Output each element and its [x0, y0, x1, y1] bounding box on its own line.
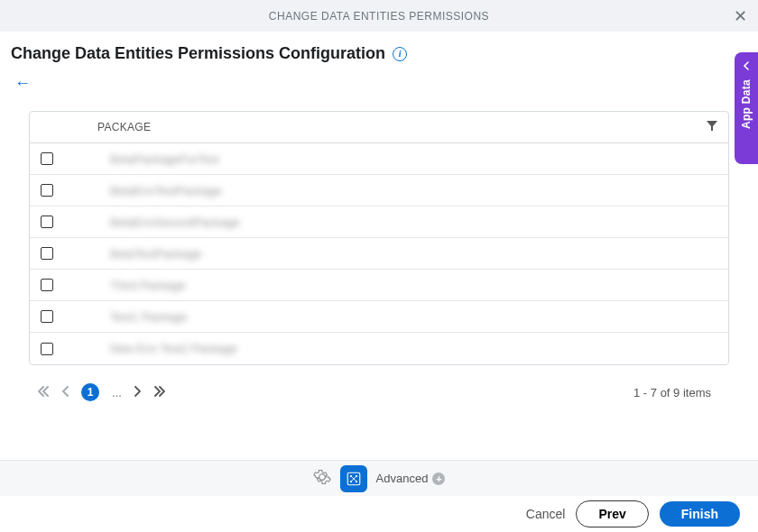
package-name: New Env Test2 Package: [110, 342, 237, 355]
bottom-toolbar: Advanced +: [0, 460, 758, 496]
advanced-label: Advanced: [376, 472, 429, 485]
pager-info: 1 - 7 of 9 items: [633, 386, 711, 399]
app-data-side-tab[interactable]: App Data: [735, 52, 758, 164]
pager-last-icon[interactable]: [154, 386, 165, 399]
filter-icon[interactable]: [707, 119, 717, 135]
advanced-toggle[interactable]: Advanced +: [376, 472, 446, 485]
page-title: Change Data Entities Permissions Configu…: [11, 44, 385, 63]
column-header-package[interactable]: PACKAGE: [97, 121, 151, 133]
row-checkbox[interactable]: [41, 247, 53, 260]
table-header: PACKAGE: [30, 112, 728, 143]
package-name: BetaEnvTestPackage: [110, 184, 222, 197]
row-checkbox[interactable]: [41, 184, 53, 197]
mapping-icon-button[interactable]: [340, 465, 367, 492]
content-area: Change Data Entities Permissions Configu…: [0, 32, 758, 410]
package-name: BetaTestPackage: [110, 247, 201, 261]
pager: 1 ... 1 - 7 of 9 items: [29, 374, 729, 410]
table-row: BetaEnvSecondPackage: [30, 206, 728, 238]
info-icon[interactable]: i: [393, 47, 407, 61]
pager-controls: 1 ...: [38, 383, 165, 401]
table-row: BetaPackageForTest: [30, 143, 728, 175]
pager-first-icon[interactable]: [38, 386, 49, 399]
table-row: New Env Test2 Package: [30, 333, 728, 364]
package-name: Third Package: [110, 279, 186, 292]
table-row: Third Package: [30, 270, 728, 301]
chevron-left-icon: [743, 61, 750, 72]
back-arrow-icon[interactable]: ←: [14, 74, 31, 93]
pager-ellipsis: ...: [112, 386, 122, 399]
row-checkbox[interactable]: [41, 343, 53, 355]
row-checkbox[interactable]: [41, 279, 53, 291]
titlebar-title: CHANGE DATA ENTITIES PERMISSIONS: [269, 10, 489, 23]
app-data-label: App Data: [740, 79, 753, 129]
row-checkbox[interactable]: [41, 310, 53, 323]
gear-icon[interactable]: [313, 468, 331, 490]
plus-circle-icon: +: [432, 472, 445, 485]
table-row: BetaTestPackage: [30, 238, 728, 270]
close-icon[interactable]: ✕: [734, 8, 747, 24]
prev-button[interactable]: Prev: [576, 500, 648, 527]
titlebar: CHANGE DATA ENTITIES PERMISSIONS ✕: [0, 0, 758, 32]
footer: Cancel Prev Finish: [0, 496, 758, 532]
page-title-row: Change Data Entities Permissions Configu…: [11, 44, 747, 63]
package-name: BetaPackageForTest: [110, 152, 219, 166]
table-row: Test1 Package: [30, 301, 728, 333]
package-name: BetaEnvSecondPackage: [110, 216, 240, 229]
pager-prev-icon[interactable]: [61, 386, 69, 399]
row-checkbox[interactable]: [41, 216, 53, 228]
pager-next-icon[interactable]: [134, 386, 142, 399]
package-table: PACKAGE BetaPackageForTest BetaEnvTestPa…: [29, 111, 729, 365]
finish-button[interactable]: Finish: [660, 501, 740, 527]
package-name: Test1 Package: [110, 310, 187, 324]
cancel-button[interactable]: Cancel: [526, 507, 566, 521]
table-row: BetaEnvTestPackage: [30, 175, 728, 206]
pager-page-1[interactable]: 1: [81, 383, 99, 401]
row-checkbox[interactable]: [41, 152, 53, 165]
